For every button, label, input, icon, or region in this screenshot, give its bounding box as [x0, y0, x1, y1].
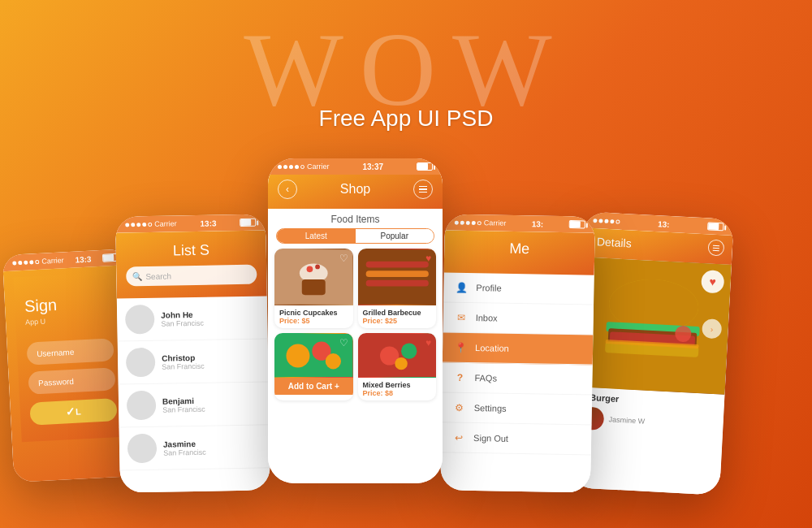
author-name: Jasmine W — [608, 415, 645, 425]
svg-point-16 — [395, 357, 407, 370]
avatar-1 — [125, 305, 155, 335]
list-item[interactable]: John He San Francisc — [117, 296, 268, 341]
tab-popular[interactable]: Popular — [356, 229, 434, 243]
wishlist-icon-3[interactable]: ♡ — [339, 337, 348, 348]
signin-subtitle: App U — [25, 314, 112, 327]
svg-rect-2 — [302, 279, 326, 295]
svg-point-12 — [326, 353, 341, 369]
avatar-2 — [126, 348, 156, 378]
food-name-2: Grilled Barbecue — [363, 309, 432, 317]
shop-carrier: Carrier — [278, 162, 330, 171]
svg-rect-8 — [365, 280, 428, 287]
wishlist-icon-1[interactable]: ♡ — [339, 253, 348, 264]
menu-item-faqs[interactable]: ? FAQs — [442, 362, 593, 395]
profile-icon: 👤 — [455, 281, 468, 294]
food-grid: ♡ Picnic Cupcakes Price: $5 — [268, 249, 443, 400]
contact-loc-3: San Francisc — [162, 405, 205, 413]
login-button[interactable]: ✓ L — [29, 398, 117, 426]
menu-item-location[interactable]: 📍 Location — [443, 332, 594, 365]
page-subtitle: Free App UI PSD — [319, 106, 494, 132]
svg-point-3 — [307, 266, 313, 272]
contact-loc-2: San Francisc — [162, 361, 205, 370]
food-name-4: Mixed Berries — [363, 381, 432, 389]
location-icon: 📍 — [454, 341, 467, 354]
menu-item-settings[interactable]: ⚙ Settings — [441, 392, 592, 425]
add-to-cart-button[interactable]: Add to Cart + — [274, 378, 353, 395]
menu-item-signout[interactable]: ↩ Sign Out — [441, 422, 592, 455]
food-price-4: Price: $8 — [363, 389, 432, 397]
food-card-mixed[interactable]: ♥ Mixed Berries Price: $8 — [358, 333, 437, 400]
svg-point-10 — [286, 344, 309, 368]
food-name-1: Picnic Cupcakes — [279, 309, 348, 317]
avatar-3 — [127, 391, 157, 421]
list-time: 13:3 — [200, 219, 216, 227]
mixed-image — [358, 333, 437, 378]
list-title: List S — [126, 241, 257, 261]
avatar-4 — [127, 434, 158, 464]
contact-loc-1: San Francisc — [161, 318, 204, 327]
faqs-icon: ? — [453, 371, 466, 384]
signin-title: Sign — [24, 292, 112, 316]
list-carrier: Carrier — [125, 219, 177, 228]
svg-point-15 — [401, 344, 417, 359]
shop-time: 13:37 — [362, 162, 383, 171]
menu-carrier: Carrier — [455, 219, 507, 227]
inbox-icon: ✉ — [455, 311, 468, 324]
profile-label: Profile — [476, 283, 501, 293]
signin-carrier: Carrier — [12, 256, 64, 266]
svg-rect-7 — [365, 270, 428, 277]
menu-screen: Carrier 13: Me 👤 Profile ✉ Inbox 📍 Locat… — [440, 214, 595, 492]
food-price-2: Price: $25 — [363, 317, 432, 325]
menu-title: Me — [454, 240, 585, 259]
menu-item-profile[interactable]: 👤 Profile — [443, 272, 594, 305]
food-card-cupcake[interactable]: ♡ Picnic Cupcakes Price: $5 — [274, 249, 353, 328]
food-card-bbq[interactable]: ♥ Grilled Barbecue Price: $25 — [358, 249, 437, 328]
list-screen: Carrier 13:3 List S 🔍 Search John He San… — [115, 214, 270, 492]
password-field[interactable]: Password — [28, 367, 115, 395]
shop-title: Shop — [340, 182, 370, 197]
food-items-title: Food Items — [268, 209, 443, 228]
svg-point-4 — [315, 265, 320, 270]
bbq-image — [358, 249, 437, 305]
shop-screen: Carrier 13:37 ‹ Shop Food Items Latest P… — [268, 158, 443, 483]
detail-title: t Details — [590, 235, 632, 250]
signout-label: Sign Out — [473, 433, 508, 444]
food-price-1: Price: $5 — [279, 317, 348, 325]
contact-name-3: Benjami — [162, 396, 205, 405]
shop-tabs: Latest Popular — [276, 228, 434, 244]
signin-time: 13:3 — [75, 254, 92, 264]
signout-icon: ↩ — [452, 431, 465, 444]
search-placeholder: Search — [145, 271, 171, 281]
settings-label: Settings — [474, 403, 507, 413]
product-detail-image: ♥ › — [575, 257, 732, 394]
list-item[interactable]: Benjami San Francisc — [119, 382, 270, 427]
detail-carrier — [593, 219, 620, 224]
detail-menu-button[interactable] — [707, 239, 724, 256]
settings-icon: ⚙ — [453, 401, 466, 414]
location-label: Location — [475, 343, 509, 353]
wishlist-icon-2[interactable]: ♥ — [425, 253, 431, 264]
menu-button[interactable] — [413, 180, 433, 199]
contact-loc-4: San Francisc — [163, 448, 206, 457]
detail-time: 13: — [658, 219, 670, 229]
list-item[interactable]: Jasmine San Francisc — [119, 425, 270, 470]
menu-time: 13: — [532, 219, 544, 228]
search-icon: 🔍 — [132, 272, 142, 281]
username-field[interactable]: Username — [26, 338, 114, 366]
search-bar[interactable]: 🔍 Search — [126, 265, 257, 287]
back-button[interactable]: ‹ — [278, 180, 297, 199]
wishlist-icon-4[interactable]: ♥ — [425, 337, 431, 348]
faqs-label: FAQs — [474, 373, 497, 383]
menu-item-inbox[interactable]: ✉ Inbox — [443, 302, 594, 335]
inbox-label: Inbox — [476, 313, 498, 322]
tab-latest[interactable]: Latest — [277, 229, 356, 243]
svg-rect-6 — [365, 262, 428, 268]
food-card-salad[interactable]: ♡ Add to Cart + — [274, 333, 353, 400]
list-item[interactable]: Christop San Francisc — [118, 339, 269, 384]
